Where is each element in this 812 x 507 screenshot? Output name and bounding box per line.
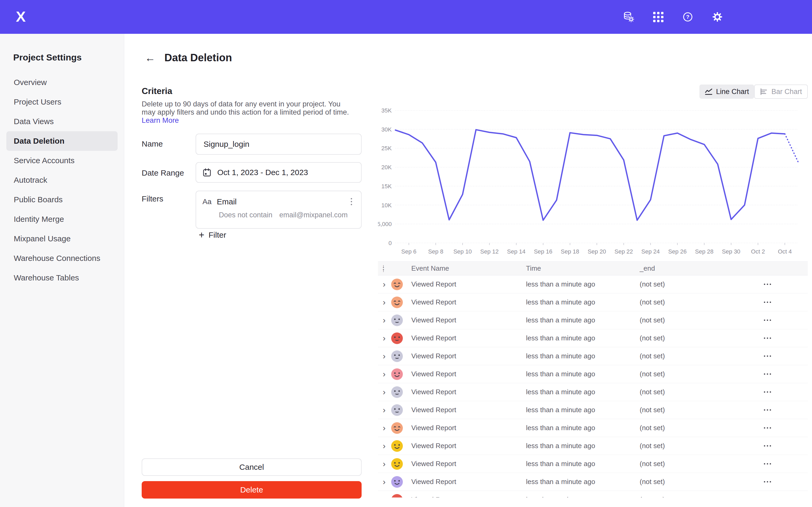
row-menu-button[interactable] — [764, 479, 808, 485]
row-menu-button[interactable] — [764, 299, 808, 305]
svg-text:Sep 30: Sep 30 — [722, 248, 741, 255]
row-expand-chevron-icon[interactable]: › — [383, 351, 386, 361]
svg-text:Sep 24: Sep 24 — [641, 248, 660, 255]
column-header-end[interactable]: _end — [640, 264, 764, 273]
table-row[interactable]: ›Viewed Reportless than a minute ago(not… — [378, 455, 808, 473]
table-row[interactable]: ›Viewed Reportless than a minute ago(not… — [378, 491, 808, 498]
sidebar-item-project-users[interactable]: Project Users — [6, 92, 118, 112]
sidebar-item-warehouse-connections[interactable]: Warehouse Connections — [6, 248, 118, 268]
line-chart-icon — [705, 88, 713, 95]
cancel-button[interactable]: Cancel — [142, 458, 362, 476]
sidebar-item-service-accounts[interactable]: Service Accounts — [6, 151, 118, 170]
cell-event-name: Viewed Report — [411, 460, 526, 468]
table-row[interactable]: ›Viewed Reportless than a minute ago(not… — [378, 383, 808, 401]
table-row[interactable]: ›Viewed Reportless than a minute ago(not… — [378, 293, 808, 311]
plus-icon: + — [199, 230, 204, 240]
row-expand-chevron-icon[interactable]: › — [383, 423, 386, 433]
cell-event-name: Viewed Report — [411, 280, 526, 288]
table-row[interactable]: ›Viewed Reportless than a minute ago(not… — [378, 329, 808, 347]
apps-grid-icon[interactable] — [652, 11, 664, 23]
svg-text:Sep 26: Sep 26 — [668, 248, 687, 255]
sidebar-item-data-deletion[interactable]: Data Deletion — [6, 131, 118, 151]
row-expand-chevron-icon[interactable]: › — [383, 315, 386, 325]
filter-operator[interactable]: Does not contain — [219, 211, 272, 219]
criteria-heading: Criteria — [142, 86, 172, 96]
table-row[interactable]: ›Viewed Reportless than a minute ago(not… — [378, 473, 808, 491]
row-expand-chevron-icon[interactable]: › — [383, 405, 386, 414]
column-header-time[interactable]: Time — [526, 264, 640, 273]
row-menu-button[interactable] — [764, 353, 808, 359]
svg-text:Sep 28: Sep 28 — [695, 248, 714, 255]
row-menu-button[interactable] — [764, 407, 808, 413]
row-menu-button[interactable] — [764, 425, 808, 431]
row-menu-button[interactable] — [764, 281, 808, 287]
row-menu-button[interactable] — [764, 497, 808, 498]
svg-text:Oct 4: Oct 4 — [778, 248, 792, 255]
page-title: Data Deletion — [164, 52, 232, 64]
line-chart-toggle[interactable]: Line Chart — [699, 84, 754, 99]
table-row[interactable]: ›Viewed Reportless than a minute ago(not… — [378, 437, 808, 455]
sidebar-nav: OverviewProject UsersData ViewsData Dele… — [0, 73, 124, 288]
name-label: Name — [142, 139, 163, 149]
row-expand-chevron-icon[interactable]: › — [383, 495, 386, 498]
column-header-event-name[interactable]: Event Name — [411, 264, 526, 273]
row-expand-chevron-icon[interactable]: › — [383, 297, 386, 307]
svg-text:Sep 6: Sep 6 — [401, 248, 417, 255]
criteria-description: Delete up to 90 days of data for any eve… — [142, 100, 353, 124]
table-row[interactable]: ›Viewed Reportless than a minute ago(not… — [378, 347, 808, 365]
row-menu-button[interactable] — [764, 335, 808, 341]
learn-more-link[interactable]: Learn More — [142, 116, 179, 124]
topbar-icon-group: ? — [622, 0, 723, 34]
cell-time: less than a minute ago — [526, 424, 640, 432]
settings-gear-icon[interactable] — [711, 11, 723, 23]
table-row[interactable]: ›Viewed Reportless than a minute ago(not… — [378, 311, 808, 329]
sidebar-item-identity-merge[interactable]: Identity Merge — [6, 209, 118, 229]
delete-button[interactable]: Delete — [142, 481, 362, 499]
table-row[interactable]: ›Viewed Reportless than a minute ago(not… — [378, 419, 808, 437]
row-menu-button[interactable] — [764, 443, 808, 449]
add-filter-button[interactable]: + Filter — [199, 230, 226, 240]
cell-time: less than a minute ago — [526, 406, 640, 414]
row-expand-chevron-icon[interactable]: › — [383, 369, 386, 379]
filter-menu-button[interactable] — [348, 196, 355, 207]
row-expand-chevron-icon[interactable]: › — [383, 387, 386, 397]
cell-end: (not set) — [640, 370, 764, 378]
table-row[interactable]: ›Viewed Reportless than a minute ago(not… — [378, 365, 808, 383]
svg-text:Sep 22: Sep 22 — [615, 248, 633, 255]
cell-event-name: Viewed Report — [411, 442, 526, 450]
cell-time: less than a minute ago — [526, 298, 640, 306]
row-expand-chevron-icon[interactable]: › — [383, 279, 386, 289]
row-expand-chevron-icon[interactable]: › — [383, 441, 386, 450]
expand-collapse-sort-icon[interactable]: ↓↑ — [382, 265, 385, 272]
back-arrow-icon[interactable]: ← — [145, 53, 155, 63]
row-menu-button[interactable] — [764, 318, 808, 323]
sidebar-item-autotrack[interactable]: Autotrack — [6, 170, 118, 190]
cell-end: (not set) — [640, 478, 764, 486]
sidebar-item-data-views[interactable]: Data Views — [6, 112, 118, 131]
help-icon[interactable]: ? — [682, 11, 694, 23]
row-expand-chevron-icon[interactable]: › — [383, 459, 386, 468]
row-menu-button[interactable] — [764, 389, 808, 395]
filter-card[interactable]: Aa Email Does not contain email@mixpanel… — [196, 191, 362, 229]
table-row[interactable]: ›Viewed Reportless than a minute ago(not… — [378, 275, 808, 293]
sidebar-item-warehouse-tables[interactable]: Warehouse Tables — [6, 268, 118, 288]
row-menu-button[interactable] — [764, 461, 808, 467]
name-input[interactable] — [196, 134, 361, 154]
cell-event-name: Viewed Report — [411, 478, 526, 486]
sidebar-item-public-boards[interactable]: Public Boards — [6, 190, 118, 209]
row-expand-chevron-icon[interactable]: › — [383, 477, 386, 487]
filter-value[interactable]: email@mixpanel.com — [280, 211, 348, 219]
row-menu-button[interactable] — [764, 371, 808, 377]
mixpanel-logo: X — [16, 8, 25, 25]
sidebar-item-mixpanel-usage[interactable]: Mixpanel Usage — [6, 229, 118, 248]
data-management-icon[interactable] — [622, 11, 635, 23]
bar-chart-toggle[interactable]: Bar Chart — [754, 84, 808, 99]
cell-time: less than a minute ago — [526, 370, 640, 378]
sidebar-item-overview[interactable]: Overview — [6, 73, 118, 92]
row-expand-chevron-icon[interactable]: › — [383, 333, 386, 343]
date-range-field[interactable]: Oct 1, 2023 - Dec 1, 2023 — [196, 162, 362, 183]
table-row[interactable]: ›Viewed Reportless than a minute ago(not… — [378, 401, 808, 419]
string-property-icon: Aa — [202, 198, 211, 206]
svg-text:Sep 20: Sep 20 — [588, 248, 606, 255]
cell-event-name: Viewed Report — [411, 298, 526, 306]
